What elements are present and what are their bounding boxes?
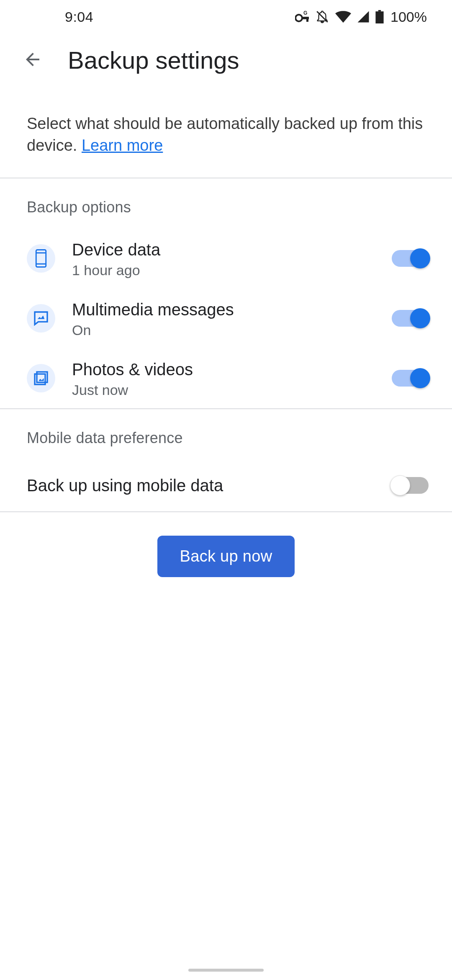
arrow-left-icon [23, 49, 43, 71]
status-time: 9:04 [65, 9, 93, 25]
row-title: Back up using mobile data [27, 475, 375, 496]
row-subtitle: Just now [72, 382, 375, 398]
wifi-icon [335, 10, 351, 23]
row-subtitle: 1 hour ago [72, 262, 375, 279]
cellular-icon [357, 10, 370, 23]
key-icon: G [295, 10, 309, 23]
row-title: Multimedia messages [72, 299, 375, 320]
row-multimedia-messages[interactable]: Multimedia messages On [0, 289, 452, 348]
app-bar: Backup settings [0, 34, 452, 93]
message-image-icon [27, 304, 55, 333]
learn-more-link[interactable]: Learn more [82, 137, 163, 154]
phone-icon [27, 244, 55, 273]
svg-rect-6 [378, 10, 381, 11]
status-icons-right: G 100% [295, 9, 427, 25]
section-header-mobile-data: Mobile data preference [0, 409, 452, 459]
backup-now-button[interactable]: Back up now [157, 536, 295, 577]
battery-percentage: 100% [390, 9, 427, 25]
row-subtitle: On [72, 322, 375, 338]
row-mobile-data-backup[interactable]: Back up using mobile data [0, 459, 452, 511]
home-indicator[interactable] [188, 969, 264, 972]
back-button[interactable] [20, 48, 45, 73]
svg-rect-5 [375, 11, 383, 23]
row-title: Photos & videos [72, 358, 375, 380]
row-photos-videos[interactable]: Photos & videos Just now [0, 348, 452, 408]
intro-text: Select what should be automatically back… [0, 93, 452, 178]
battery-icon [375, 10, 384, 23]
notifications-off-icon [315, 10, 329, 24]
svg-point-0 [295, 15, 302, 21]
toggle-mobile-data-backup[interactable] [392, 477, 429, 494]
section-header-backup-options: Backup options [0, 178, 452, 229]
svg-rect-2 [306, 17, 308, 22]
row-device-data[interactable]: Device data 1 hour ago [0, 229, 452, 289]
status-bar: 9:04 G [0, 0, 452, 34]
row-title: Device data [72, 239, 375, 260]
photos-icon [27, 364, 55, 392]
toggle-device-data[interactable] [392, 250, 429, 267]
page-title: Backup settings [68, 46, 239, 74]
toggle-photos-videos[interactable] [392, 370, 429, 387]
cta-container: Back up now [0, 512, 452, 601]
svg-text:G: G [303, 10, 307, 16]
toggle-multimedia-messages[interactable] [392, 310, 429, 327]
